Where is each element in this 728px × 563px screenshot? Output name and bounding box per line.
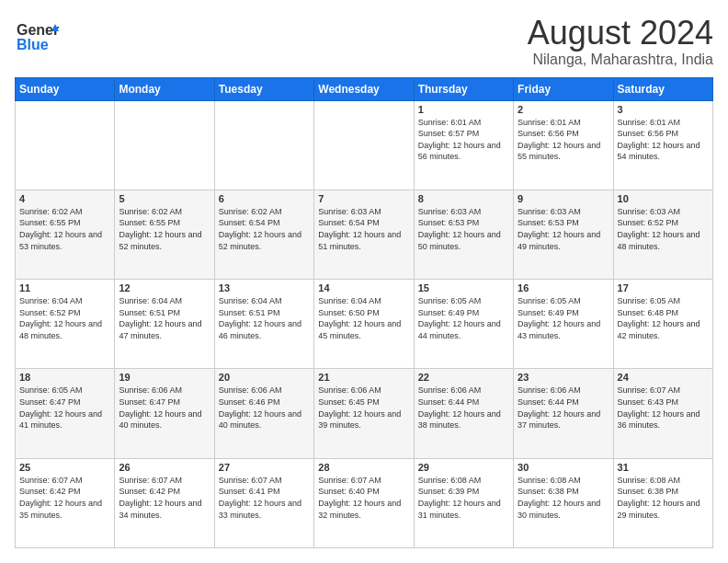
- sun-info: Sunrise: 6:03 AMSunset: 6:52 PMDaylight:…: [618, 206, 709, 252]
- day-number: 7: [318, 193, 409, 204]
- calendar-cell: 12Sunrise: 6:04 AMSunset: 6:51 PMDayligh…: [115, 280, 214, 369]
- weekday-header: Thursday: [414, 77, 513, 100]
- day-number: 30: [518, 462, 609, 473]
- calendar-cell: 14Sunrise: 6:04 AMSunset: 6:50 PMDayligh…: [314, 280, 414, 369]
- day-number: 21: [318, 372, 409, 383]
- day-number: 3: [618, 104, 709, 115]
- calendar-week-row: 1Sunrise: 6:01 AMSunset: 6:57 PMDaylight…: [16, 100, 713, 190]
- calendar-cell: 7Sunrise: 6:03 AMSunset: 6:54 PMDaylight…: [314, 190, 414, 279]
- sun-info: Sunrise: 6:08 AMSunset: 6:38 PMDaylight:…: [518, 475, 609, 521]
- day-number: 8: [418, 193, 509, 204]
- title-area: August 2024 Nilanga, Maharashtra, India: [528, 15, 713, 68]
- calendar-table: SundayMondayTuesdayWednesdayThursdayFrid…: [15, 77, 713, 548]
- sun-info: Sunrise: 6:06 AMSunset: 6:44 PMDaylight:…: [518, 385, 609, 431]
- calendar-cell: 11Sunrise: 6:04 AMSunset: 6:52 PMDayligh…: [16, 280, 115, 369]
- day-number: 27: [219, 462, 310, 473]
- day-number: 24: [618, 372, 709, 383]
- sun-info: Sunrise: 6:03 AMSunset: 6:53 PMDaylight:…: [518, 206, 609, 252]
- day-number: 29: [418, 462, 509, 473]
- calendar-cell: 26Sunrise: 6:07 AMSunset: 6:42 PMDayligh…: [115, 458, 214, 547]
- sun-info: Sunrise: 6:08 AMSunset: 6:39 PMDaylight:…: [418, 475, 509, 521]
- day-number: 19: [119, 372, 210, 383]
- weekday-header: Monday: [115, 77, 214, 100]
- sun-info: Sunrise: 6:03 AMSunset: 6:53 PMDaylight:…: [418, 206, 509, 252]
- weekday-header: Tuesday: [214, 77, 313, 100]
- sun-info: Sunrise: 6:07 AMSunset: 6:42 PMDaylight:…: [119, 475, 210, 521]
- sun-info: Sunrise: 6:07 AMSunset: 6:40 PMDaylight:…: [318, 475, 409, 521]
- weekday-header: Saturday: [613, 77, 712, 100]
- calendar-week-row: 4Sunrise: 6:02 AMSunset: 6:55 PMDaylight…: [16, 190, 713, 279]
- day-number: 6: [219, 193, 310, 204]
- day-number: 22: [418, 372, 509, 383]
- logo-area: General Blue: [15, 15, 59, 59]
- day-number: 20: [219, 372, 310, 383]
- day-number: 11: [19, 282, 110, 293]
- day-number: 28: [318, 462, 409, 473]
- day-number: 2: [518, 104, 609, 115]
- calendar-cell: 21Sunrise: 6:06 AMSunset: 6:45 PMDayligh…: [314, 369, 414, 458]
- calendar-cell: [314, 100, 414, 190]
- calendar-cell: 23Sunrise: 6:06 AMSunset: 6:44 PMDayligh…: [514, 369, 613, 458]
- day-number: 16: [518, 282, 609, 293]
- calendar-cell: [16, 100, 115, 190]
- sun-info: Sunrise: 6:06 AMSunset: 6:46 PMDaylight:…: [219, 385, 310, 431]
- calendar-cell: 24Sunrise: 6:07 AMSunset: 6:43 PMDayligh…: [613, 369, 712, 458]
- calendar-cell: 2Sunrise: 6:01 AMSunset: 6:56 PMDaylight…: [514, 100, 613, 190]
- calendar-cell: 20Sunrise: 6:06 AMSunset: 6:46 PMDayligh…: [214, 369, 313, 458]
- day-number: 12: [119, 282, 210, 293]
- calendar-cell: 28Sunrise: 6:07 AMSunset: 6:40 PMDayligh…: [314, 458, 414, 547]
- calendar-cell: 27Sunrise: 6:07 AMSunset: 6:41 PMDayligh…: [214, 458, 313, 547]
- sun-info: Sunrise: 6:04 AMSunset: 6:52 PMDaylight:…: [19, 295, 110, 341]
- calendar-cell: 22Sunrise: 6:06 AMSunset: 6:44 PMDayligh…: [414, 369, 513, 458]
- sun-info: Sunrise: 6:02 AMSunset: 6:55 PMDaylight:…: [119, 206, 210, 252]
- weekday-header: Wednesday: [314, 77, 414, 100]
- day-number: 25: [19, 462, 110, 473]
- month-title: August 2024: [528, 15, 713, 52]
- header: General Blue August 2024 Nilanga, Mahara…: [15, 15, 713, 68]
- sun-info: Sunrise: 6:07 AMSunset: 6:42 PMDaylight:…: [19, 475, 110, 521]
- calendar-cell: 6Sunrise: 6:02 AMSunset: 6:54 PMDaylight…: [214, 190, 313, 279]
- sun-info: Sunrise: 6:07 AMSunset: 6:41 PMDaylight:…: [219, 475, 310, 521]
- calendar-body: 1Sunrise: 6:01 AMSunset: 6:57 PMDaylight…: [16, 100, 713, 547]
- day-number: 1: [418, 104, 509, 115]
- calendar-cell: 25Sunrise: 6:07 AMSunset: 6:42 PMDayligh…: [16, 458, 115, 547]
- sun-info: Sunrise: 6:05 AMSunset: 6:49 PMDaylight:…: [518, 295, 609, 341]
- sun-info: Sunrise: 6:04 AMSunset: 6:51 PMDaylight:…: [119, 295, 210, 341]
- weekday-header: Friday: [514, 77, 613, 100]
- day-number: 5: [119, 193, 210, 204]
- calendar-cell: 18Sunrise: 6:05 AMSunset: 6:47 PMDayligh…: [16, 369, 115, 458]
- day-number: 9: [518, 193, 609, 204]
- logo-icon: General Blue: [15, 15, 59, 59]
- sun-info: Sunrise: 6:07 AMSunset: 6:43 PMDaylight:…: [618, 385, 709, 431]
- calendar-cell: [214, 100, 313, 190]
- sun-info: Sunrise: 6:06 AMSunset: 6:45 PMDaylight:…: [318, 385, 409, 431]
- calendar-cell: 30Sunrise: 6:08 AMSunset: 6:38 PMDayligh…: [514, 458, 613, 547]
- calendar-cell: 4Sunrise: 6:02 AMSunset: 6:55 PMDaylight…: [16, 190, 115, 279]
- calendar-cell: 15Sunrise: 6:05 AMSunset: 6:49 PMDayligh…: [414, 280, 513, 369]
- calendar-cell: 9Sunrise: 6:03 AMSunset: 6:53 PMDaylight…: [514, 190, 613, 279]
- sun-info: Sunrise: 6:01 AMSunset: 6:56 PMDaylight:…: [518, 117, 609, 163]
- day-number: 23: [518, 372, 609, 383]
- calendar-week-row: 11Sunrise: 6:04 AMSunset: 6:52 PMDayligh…: [16, 280, 713, 369]
- day-number: 31: [618, 462, 709, 473]
- day-number: 13: [219, 282, 310, 293]
- calendar-cell: 13Sunrise: 6:04 AMSunset: 6:51 PMDayligh…: [214, 280, 313, 369]
- day-number: 26: [119, 462, 210, 473]
- calendar-cell: 31Sunrise: 6:08 AMSunset: 6:38 PMDayligh…: [613, 458, 712, 547]
- sun-info: Sunrise: 6:02 AMSunset: 6:55 PMDaylight:…: [19, 206, 110, 252]
- sun-info: Sunrise: 6:08 AMSunset: 6:38 PMDaylight:…: [618, 475, 709, 521]
- calendar-cell: 1Sunrise: 6:01 AMSunset: 6:57 PMDaylight…: [414, 100, 513, 190]
- sun-info: Sunrise: 6:06 AMSunset: 6:44 PMDaylight:…: [418, 385, 509, 431]
- day-number: 17: [618, 282, 709, 293]
- calendar-cell: 10Sunrise: 6:03 AMSunset: 6:52 PMDayligh…: [613, 190, 712, 279]
- sun-info: Sunrise: 6:05 AMSunset: 6:48 PMDaylight:…: [618, 295, 709, 341]
- location: Nilanga, Maharashtra, India: [528, 52, 713, 68]
- calendar-week-row: 18Sunrise: 6:05 AMSunset: 6:47 PMDayligh…: [16, 369, 713, 458]
- sun-info: Sunrise: 6:04 AMSunset: 6:50 PMDaylight:…: [318, 295, 409, 341]
- calendar-cell: 29Sunrise: 6:08 AMSunset: 6:39 PMDayligh…: [414, 458, 513, 547]
- calendar-cell: 8Sunrise: 6:03 AMSunset: 6:53 PMDaylight…: [414, 190, 513, 279]
- calendar-cell: 19Sunrise: 6:06 AMSunset: 6:47 PMDayligh…: [115, 369, 214, 458]
- calendar-cell: 17Sunrise: 6:05 AMSunset: 6:48 PMDayligh…: [613, 280, 712, 369]
- sun-info: Sunrise: 6:01 AMSunset: 6:56 PMDaylight:…: [618, 117, 709, 163]
- calendar-header-row: SundayMondayTuesdayWednesdayThursdayFrid…: [16, 77, 713, 100]
